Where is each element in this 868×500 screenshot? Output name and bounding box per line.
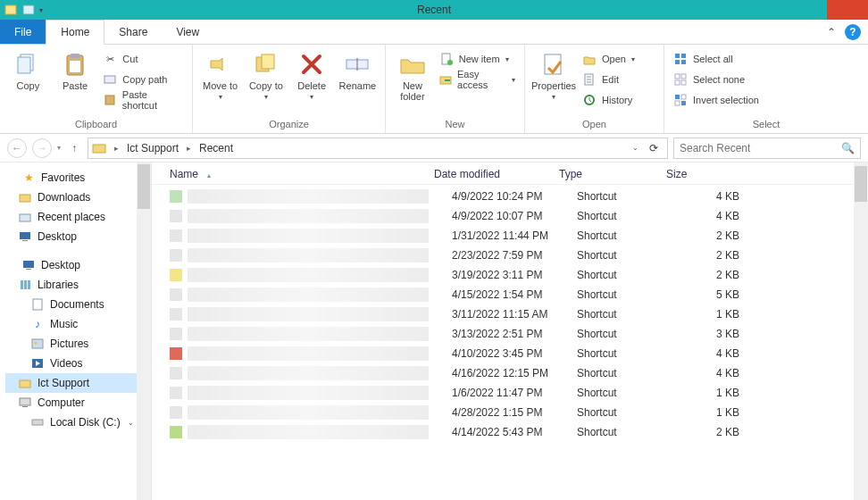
file-name-redacted — [188, 189, 429, 204]
table-row[interactable]: 4/9/2022 10:07 PMShortcut4 KB — [152, 206, 868, 226]
tree-recent-places[interactable]: Recent places — [5, 207, 151, 227]
table-row[interactable]: 1/6/2022 11:47 PMShortcut1 KB — [152, 383, 868, 403]
breadcrumb-seg[interactable]: Recent — [199, 142, 233, 154]
search-box[interactable]: 🔍 — [673, 138, 861, 159]
refresh-button[interactable]: ⟳ — [644, 142, 664, 154]
cell-size: 3 KB — [684, 328, 764, 340]
open-button[interactable]: Open ▾ — [580, 50, 637, 68]
tree-documents[interactable]: Documents — [5, 295, 151, 314]
svg-rect-47 — [20, 398, 30, 405]
table-row[interactable]: 4/16/2022 12:15 PMShortcut4 KB — [152, 363, 868, 383]
chevron-right-icon[interactable]: ▸ — [184, 144, 194, 153]
invert-selection-button[interactable]: Invert selection — [672, 91, 761, 109]
paste-shortcut-button[interactable]: Paste shortcut — [101, 91, 185, 109]
search-icon[interactable]: 🔍 — [841, 142, 855, 154]
up-button[interactable]: ↑ — [66, 142, 82, 154]
qat-icon[interactable] — [4, 3, 18, 17]
table-row[interactable]: 4/9/2022 10:24 PMShortcut4 KB — [152, 187, 868, 206]
close-button[interactable] — [827, 0, 868, 20]
videos-icon — [30, 356, 45, 371]
copy-button[interactable]: Copy — [7, 48, 49, 91]
file-icon — [170, 229, 182, 242]
pictures-icon — [30, 337, 45, 351]
easy-access-button[interactable]: Easy access ▾ — [438, 71, 517, 88]
table-row[interactable]: 3/19/2022 3:11 PMShortcut2 KB — [152, 265, 868, 285]
cell-size: 5 KB — [684, 288, 764, 301]
ribbon-tabs: File Home Share View ⌃ ? — [0, 20, 868, 45]
table-row[interactable]: 3/11/2022 11:15 AMShortcut1 KB — [152, 304, 868, 324]
properties-button[interactable]: Properties▾ — [532, 48, 575, 101]
recent-locations-dropdown[interactable]: ▾ — [57, 144, 61, 152]
breadcrumb-seg[interactable]: Ict Support — [127, 142, 179, 154]
select-all-button[interactable]: Select all — [672, 50, 761, 68]
tree-computer[interactable]: Computer — [5, 393, 151, 412]
help-icon[interactable]: ? — [845, 24, 861, 40]
edit-button[interactable]: Edit — [580, 71, 637, 88]
paste-button[interactable]: Paste — [54, 48, 96, 91]
table-row[interactable]: 4/14/2022 5:43 PMShortcut2 KB — [152, 422, 868, 442]
select-none-button[interactable]: Select none — [672, 71, 761, 88]
file-icon — [170, 308, 182, 321]
col-size[interactable]: Size — [666, 168, 747, 180]
tree-libraries[interactable]: Libraries — [5, 275, 151, 295]
address-dropdown[interactable]: ⌄ — [632, 144, 638, 152]
tab-view[interactable]: View — [162, 20, 213, 44]
address-bar[interactable]: ▸ Ict Support ▸ Recent ⌄ ⟳ — [88, 138, 668, 159]
tree-desktop-fav[interactable]: Desktop — [5, 227, 151, 246]
tree-videos[interactable]: Videos — [5, 354, 151, 373]
new-item-button[interactable]: New item ▾ — [438, 50, 517, 68]
minimize-ribbon-chevron[interactable]: ⌃ — [827, 26, 836, 38]
svg-rect-1 — [23, 5, 34, 14]
select-all-icon — [673, 52, 688, 66]
tab-file[interactable]: File — [0, 20, 46, 44]
svg-rect-35 — [22, 240, 28, 241]
table-row[interactable]: 4/10/2022 3:45 PMShortcut4 KB — [152, 344, 868, 363]
qat-icon[interactable] — [21, 3, 36, 17]
delete-button[interactable]: Delete▾ — [292, 48, 332, 101]
tree-desktop[interactable]: Desktop — [5, 255, 151, 275]
tree-pictures[interactable]: Pictures — [5, 334, 151, 354]
copy-to-button[interactable]: Copy to▾ — [246, 48, 286, 101]
svg-rect-30 — [681, 101, 686, 105]
cell-date: 4/9/2022 10:24 PM — [452, 190, 577, 203]
ribbon: Copy Paste ✂Cut Copy path Paste shortcut… — [0, 45, 868, 134]
col-name[interactable]: Name ▴ — [170, 168, 434, 180]
back-button[interactable]: ← — [7, 138, 27, 158]
select-none-icon — [673, 72, 688, 87]
table-row[interactable]: 4/15/2022 1:54 PMShortcut5 KB — [152, 285, 868, 304]
qat-dropdown[interactable]: ▾ — [39, 3, 54, 17]
chevron-right-icon[interactable]: ▸ — [112, 144, 121, 153]
table-row[interactable]: 1/31/2022 11:44 PMShortcut2 KB — [152, 226, 868, 246]
tab-share[interactable]: Share — [104, 20, 162, 44]
drive-icon — [30, 415, 45, 429]
table-row[interactable]: 2/23/2022 7:59 PMShortcut2 KB — [152, 246, 868, 265]
table-row[interactable]: 4/28/2022 1:15 PMShortcut1 KB — [152, 403, 868, 422]
history-button[interactable]: History — [580, 91, 637, 109]
forward-button[interactable]: → — [32, 138, 52, 158]
svg-rect-28 — [681, 95, 686, 99]
cut-button[interactable]: ✂Cut — [101, 50, 185, 68]
tree-ict-support[interactable]: Ict Support — [5, 373, 151, 393]
tree-scrollbar[interactable] — [137, 162, 151, 500]
scrollbar-thumb[interactable] — [138, 164, 150, 209]
copy-path-button[interactable]: Copy path — [101, 71, 185, 88]
tree-favorites[interactable]: ★Favorites — [5, 168, 151, 188]
file-name-redacted — [188, 346, 429, 361]
new-folder-button[interactable]: New folder — [393, 48, 432, 102]
cell-size: 1 KB — [684, 387, 764, 399]
tree-downloads[interactable]: Downloads — [5, 188, 151, 207]
tree-music[interactable]: ♪Music — [5, 314, 151, 334]
tab-home[interactable]: Home — [46, 20, 104, 45]
col-date[interactable]: Date modified — [434, 168, 559, 180]
tree-local-disk[interactable]: Local Disk (C:)⌄ — [5, 412, 151, 432]
move-to-button[interactable]: Move to▾ — [200, 48, 240, 101]
rename-button[interactable]: Rename — [338, 48, 378, 91]
search-input[interactable] — [680, 142, 841, 154]
svg-rect-34 — [20, 232, 30, 239]
col-type[interactable]: Type — [559, 168, 666, 180]
svg-rect-22 — [681, 60, 686, 64]
table-row[interactable]: 3/13/2022 2:51 PMShortcut3 KB — [152, 324, 868, 344]
scrollbar-thumb[interactable] — [855, 166, 867, 202]
navigation-row: ← → ▾ ↑ ▸ Ict Support ▸ Recent ⌄ ⟳ 🔍 — [0, 134, 868, 162]
content-scrollbar[interactable] — [854, 162, 868, 500]
